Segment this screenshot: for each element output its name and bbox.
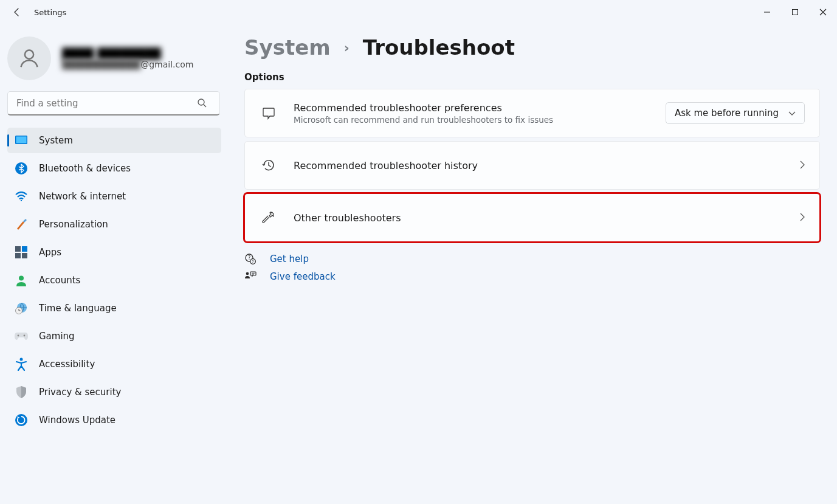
chevron-right-icon: [800, 212, 805, 224]
nav-label: Accessibility: [39, 359, 95, 370]
shield-icon: [15, 385, 28, 399]
card-subtitle: Microsoft can recommend and run troubles…: [294, 115, 553, 125]
nav-item-personalization[interactable]: Personalization: [7, 212, 221, 237]
svg-point-3: [198, 99, 204, 105]
account-name: ████ ████████: [62, 47, 193, 60]
svg-rect-11: [15, 253, 21, 258]
svg-text:?: ?: [248, 255, 250, 261]
nav-item-system[interactable]: System: [7, 128, 221, 153]
search-box: [7, 91, 221, 116]
nav-label: Time & language: [39, 303, 117, 314]
nav-label: Privacy & security: [39, 387, 121, 398]
get-help-link[interactable]: Get help: [270, 254, 309, 264]
card-troubleshooter-history[interactable]: Recommended troubleshooter history: [244, 141, 820, 190]
help-icon: ??: [244, 253, 257, 265]
chevron-right-icon: [800, 160, 805, 171]
update-icon: [15, 413, 28, 427]
dropdown-value: Ask me before running: [675, 108, 779, 119]
account-text: ████ ████████ ████████████@gmail.com: [62, 47, 193, 69]
account-email: ████████████@gmail.com: [62, 60, 193, 69]
svg-point-17: [24, 335, 26, 337]
svg-point-16: [18, 335, 19, 337]
nav-item-time[interactable]: Time & language: [7, 295, 221, 321]
nav-label: Personalization: [39, 219, 108, 230]
nav-label: Bluetooth & devices: [39, 163, 131, 174]
apps-icon: [15, 246, 28, 259]
system-icon: [15, 134, 28, 147]
svg-rect-25: [250, 272, 256, 275]
search-icon: [197, 98, 207, 110]
nav-item-privacy[interactable]: Privacy & security: [7, 379, 221, 405]
nav-item-bluetooth[interactable]: Bluetooth & devices: [7, 156, 221, 181]
svg-point-24: [246, 272, 249, 275]
chevron-down-icon: [788, 108, 796, 119]
svg-point-18: [20, 358, 23, 361]
svg-rect-12: [22, 253, 27, 258]
card-title: Recommended troubleshooter history: [294, 160, 478, 171]
gamepad-icon: [15, 330, 28, 343]
sidebar: ████ ████████ ████████████@gmail.com Sys…: [0, 24, 231, 504]
breadcrumb-current: Troubleshoot: [363, 35, 515, 60]
breadcrumb: System › Troubleshoot: [244, 35, 820, 60]
nav-label: System: [39, 135, 73, 146]
nav-label: Apps: [39, 247, 61, 258]
svg-rect-1: [793, 10, 798, 15]
nav-label: Accounts: [39, 275, 80, 286]
give-feedback-link[interactable]: Give feedback: [270, 271, 336, 282]
maximize-button[interactable]: [781, 0, 809, 24]
clock-globe-icon: [15, 302, 28, 315]
nav-label: Gaming: [39, 331, 75, 342]
bluetooth-icon: [15, 162, 28, 175]
nav-item-gaming[interactable]: Gaming: [7, 323, 221, 349]
card-other-troubleshooters[interactable]: Other troubleshooters: [244, 193, 820, 242]
svg-rect-10: [22, 246, 27, 252]
svg-point-13: [19, 276, 24, 281]
person-icon: [15, 274, 28, 287]
chevron-right-icon: ›: [344, 40, 350, 55]
history-icon: [260, 158, 278, 173]
feedback-icon: [244, 271, 257, 282]
nav-item-update[interactable]: Windows Update: [7, 407, 221, 433]
breadcrumb-parent[interactable]: System: [244, 35, 331, 60]
svg-rect-6: [16, 137, 27, 143]
close-button[interactable]: [809, 0, 837, 24]
card-title: Other troubleshooters: [294, 212, 401, 224]
back-button[interactable]: [9, 4, 26, 21]
window-controls: [753, 0, 837, 24]
nav-item-accounts[interactable]: Accounts: [7, 268, 221, 293]
get-help-row: ?? Get help: [244, 253, 820, 265]
svg-rect-9: [15, 246, 21, 252]
give-feedback-row: Give feedback: [244, 271, 820, 282]
preferences-dropdown[interactable]: Ask me before running: [666, 102, 805, 124]
section-heading: Options: [244, 72, 820, 83]
minimize-button[interactable]: [753, 0, 781, 24]
main-content: System › Troubleshoot Options Recommende…: [231, 24, 837, 504]
avatar: [7, 36, 51, 80]
svg-point-2: [25, 50, 33, 59]
titlebar: Settings: [0, 0, 837, 24]
search-input[interactable]: [7, 91, 220, 116]
svg-line-4: [204, 105, 206, 107]
nav-label: Network & internet: [39, 191, 126, 202]
brush-icon: [15, 218, 28, 231]
nav-item-network[interactable]: Network & internet: [7, 184, 221, 209]
nav-item-apps[interactable]: Apps: [7, 240, 221, 265]
window-title: Settings: [34, 8, 66, 17]
card-troubleshooter-preferences: Recommended troubleshooter preferences M…: [244, 89, 820, 137]
accessibility-icon: [15, 357, 28, 371]
svg-point-8: [21, 200, 22, 201]
chat-icon: [260, 106, 278, 120]
card-title: Recommended troubleshooter preferences: [294, 102, 553, 114]
svg-text:?: ?: [252, 260, 253, 264]
wifi-icon: [15, 190, 28, 203]
nav-item-accessibility[interactable]: Accessibility: [7, 351, 221, 377]
nav-label: Windows Update: [39, 415, 115, 426]
nav-list: System Bluetooth & devices Network & int…: [7, 128, 221, 433]
wrench-icon: [260, 210, 278, 225]
account-block[interactable]: ████ ████████ ████████████@gmail.com: [7, 36, 221, 80]
